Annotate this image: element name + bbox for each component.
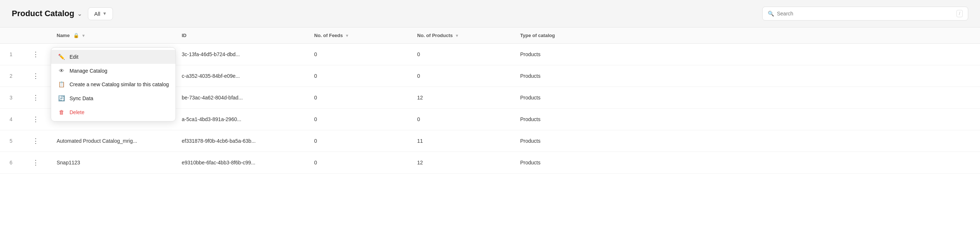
menu-item-edit[interactable]: ✏️ Edit — [51, 50, 175, 64]
col-header-num — [0, 27, 22, 44]
row-menu-button[interactable]: ⋮ — [29, 115, 42, 124]
row-type: Products — [513, 109, 980, 130]
row-products: 0 — [410, 109, 513, 130]
row-menu-button[interactable]: ⋮ — [29, 93, 42, 103]
row-type: Products — [513, 87, 980, 109]
row-feeds: 0 — [307, 44, 410, 65]
menu-item-clone[interactable]: 📋 Create a new Catalog similar to this c… — [51, 77, 175, 92]
row-type: Products — [513, 130, 980, 152]
search-shortcut: / — [956, 10, 963, 17]
title-chevron-icon: ⌄ — [77, 10, 82, 17]
row-id: c-a352-4035-84bf-e09e... — [174, 65, 307, 87]
search-icon: 🔍 — [768, 11, 774, 16]
row-menu-button[interactable]: ⋮ — [29, 136, 42, 146]
row-products: 0 — [410, 65, 513, 87]
sort-icon-products[interactable]: ▼ — [455, 33, 459, 38]
chevron-down-icon: ▼ — [103, 11, 107, 16]
row-id: be-73ac-4a62-804d-bfad... — [174, 87, 307, 109]
row-type: Products — [513, 65, 980, 87]
row-products: 12 — [410, 87, 513, 109]
page-title: Product Catalog — [12, 9, 74, 18]
menu-edit-label: Edit — [70, 54, 78, 60]
row-actions-cell: ⋮ — [22, 65, 49, 87]
search-input[interactable] — [777, 11, 953, 16]
clone-icon: 📋 — [58, 81, 65, 88]
row-actions-cell: ⋮ — [22, 152, 49, 174]
table-container: Name 🔒 ▼ ID No. of Feeds ▼ — [0, 27, 980, 251]
row-id: a-5ca1-4bd3-891a-2960... — [174, 109, 307, 130]
menu-item-sync[interactable]: 🔄 Sync Data — [51, 92, 175, 105]
row-actions-cell: ⋮ ✏️ Edit 👁 Manage Catalog — [22, 44, 49, 65]
row-actions-cell: ⋮ — [22, 87, 49, 109]
row-menu-button[interactable]: ⋮ — [29, 158, 42, 167]
sync-icon: 🔄 — [58, 95, 65, 102]
row-feeds: 0 — [307, 87, 410, 109]
row-type: Products — [513, 152, 980, 174]
row-products: 11 — [410, 130, 513, 152]
menu-clone-label: Create a new Catalog similar to this cat… — [70, 82, 169, 87]
row-actions-cell: ⋮ — [22, 109, 49, 130]
lock-icon: 🔒 — [73, 33, 79, 38]
col-header-products: No. of Products ▼ — [410, 27, 513, 44]
col-header-id: ID — [174, 27, 307, 44]
search-container: 🔍 / — [762, 6, 968, 21]
row-type: Products — [513, 44, 980, 65]
filter-dropdown[interactable]: All ▼ — [88, 7, 113, 20]
row-feeds: 0 — [307, 109, 410, 130]
filter-label: All — [94, 11, 100, 17]
row-number: 5 — [0, 130, 22, 152]
row-number: 3 — [0, 87, 22, 109]
row-id: e9310bbe-6fac-4bb3-8f6b-c99... — [174, 152, 307, 174]
eye-icon: 👁 — [58, 68, 65, 74]
row-number: 6 — [0, 152, 22, 174]
menu-delete-label: Delete — [70, 109, 84, 115]
row-products: 0 — [410, 44, 513, 65]
col-header-name: Name 🔒 ▼ — [49, 27, 174, 44]
table-row: 6 ⋮ Snap1123 e9310bbe-6fac-4bb3-8f6b-c99… — [0, 152, 980, 174]
trash-icon: 🗑 — [58, 109, 65, 115]
menu-sync-label: Sync Data — [70, 95, 94, 101]
row-name: Automated Product Catalog_mrig... — [49, 130, 174, 152]
header: Product Catalog ⌄ All ▼ 🔍 / — [0, 0, 980, 27]
page: Product Catalog ⌄ All ▼ 🔍 / — [0, 0, 980, 251]
col-header-feeds: No. of Feeds ▼ — [307, 27, 410, 44]
row-feeds: 0 — [307, 152, 410, 174]
context-menu: ✏️ Edit 👁 Manage Catalog 📋 Create a new … — [51, 47, 176, 122]
search-box: 🔍 / — [762, 6, 968, 21]
row-number: 4 — [0, 109, 22, 130]
edit-icon: ✏️ — [58, 54, 65, 60]
title-group: Product Catalog ⌄ — [12, 9, 82, 18]
row-menu-button[interactable]: ⋮ — [29, 71, 42, 81]
row-name: Snap1123 — [49, 152, 174, 174]
row-menu-button[interactable]: ⋮ — [29, 49, 42, 59]
row-id: 3c-13fa-46d5-b724-dbd... — [174, 44, 307, 65]
row-feeds: 0 — [307, 65, 410, 87]
sort-icon-name[interactable]: ▼ — [81, 33, 85, 38]
row-actions-cell: ⋮ — [22, 130, 49, 152]
row-feeds: 0 — [307, 130, 410, 152]
row-number: 2 — [0, 65, 22, 87]
sort-icon-feeds[interactable]: ▼ — [345, 33, 349, 38]
table-row: 5 ⋮ Automated Product Catalog_mrig... ef… — [0, 130, 980, 152]
catalog-table: Name 🔒 ▼ ID No. of Feeds ▼ — [0, 27, 980, 174]
menu-item-manage[interactable]: 👁 Manage Catalog — [51, 64, 175, 77]
table-row: 1 ⋮ ✏️ Edit 👁 Manage Catalog — [0, 44, 980, 65]
menu-item-delete[interactable]: 🗑 Delete — [51, 105, 175, 119]
row-products: 12 — [410, 152, 513, 174]
col-header-type: Type of catalog — [513, 27, 980, 44]
row-number: 1 — [0, 44, 22, 65]
row-id: ef331878-9f0b-4cb6-ba5a-63b... — [174, 130, 307, 152]
table-header-row: Name 🔒 ▼ ID No. of Feeds ▼ — [0, 27, 980, 44]
menu-manage-label: Manage Catalog — [70, 68, 107, 74]
col-header-actions — [22, 27, 49, 44]
